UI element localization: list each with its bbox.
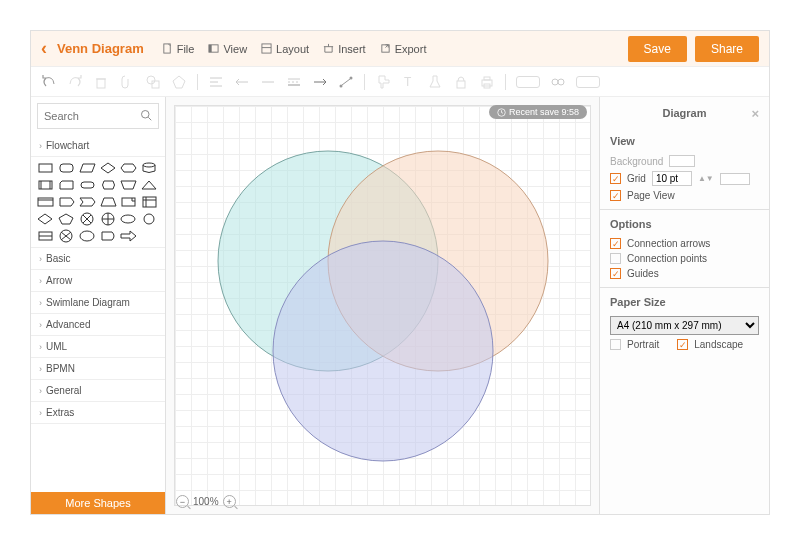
conn-arrows-checkbox[interactable] — [610, 238, 621, 249]
shape-roundrect[interactable] — [58, 161, 75, 175]
papersize-select[interactable]: A4 (210 mm x 297 mm) — [610, 316, 759, 335]
shape-rect[interactable] — [37, 161, 54, 175]
paint-icon[interactable] — [375, 74, 391, 90]
category-basic[interactable]: Basic — [31, 248, 165, 270]
svg-marker-49 — [101, 198, 116, 206]
svg-rect-50 — [122, 198, 135, 206]
shape-sum[interactable] — [79, 212, 96, 226]
shape-step[interactable] — [79, 195, 96, 209]
shape-triangle[interactable] — [141, 178, 158, 192]
link-icon[interactable] — [550, 74, 566, 90]
size-pill-2[interactable] — [576, 76, 600, 88]
menu-view[interactable]: View — [208, 43, 247, 55]
category-arrow[interactable]: Arrow — [31, 270, 165, 292]
line-icon[interactable] — [260, 74, 276, 90]
shape-note[interactable] — [120, 195, 137, 209]
shape-rhombus[interactable] — [37, 212, 54, 226]
panel-title: Diagram — [662, 107, 706, 119]
canvas[interactable]: Recent save 9:58 − 100% + — [166, 97, 599, 514]
background-swatch[interactable] — [669, 155, 695, 167]
shape-pentagon-sm[interactable] — [58, 212, 75, 226]
shape-process[interactable] — [37, 178, 54, 192]
shape-manual[interactable] — [120, 178, 137, 192]
flowchart-shapes — [31, 157, 165, 248]
align-icon[interactable] — [208, 74, 224, 90]
grid-color-swatch[interactable] — [720, 173, 750, 185]
shape-cross-circle[interactable] — [58, 229, 75, 243]
category-swimlane[interactable]: Swimlane Diagram — [31, 292, 165, 314]
flask-icon[interactable] — [427, 74, 443, 90]
connector-icon[interactable] — [338, 74, 354, 90]
shape-ellipse[interactable] — [120, 212, 137, 226]
svg-marker-47 — [60, 198, 74, 206]
more-shapes-button[interactable]: More Shapes — [31, 492, 165, 514]
shape-circle[interactable] — [141, 212, 158, 226]
undo-icon[interactable] — [41, 74, 57, 90]
category-extras[interactable]: Extras — [31, 402, 165, 424]
shape-icon[interactable] — [145, 74, 161, 90]
save-button[interactable]: Save — [628, 36, 687, 62]
pentagon-icon[interactable] — [171, 74, 187, 90]
shape-or[interactable] — [100, 212, 117, 226]
venn-diagram[interactable] — [213, 136, 553, 476]
redo-icon[interactable] — [67, 74, 83, 90]
landscape-label: Landscape — [694, 339, 743, 350]
menu-file[interactable]: File — [162, 43, 195, 55]
menu-export[interactable]: Export — [380, 43, 427, 55]
category-uml[interactable]: UML — [31, 336, 165, 358]
lock-icon[interactable] — [453, 74, 469, 90]
svg-rect-26 — [484, 77, 490, 80]
pageview-label: Page View — [627, 190, 675, 201]
shape-bullet[interactable] — [100, 229, 117, 243]
share-button[interactable]: Share — [695, 36, 759, 62]
delete-icon[interactable] — [93, 74, 109, 90]
text-icon[interactable]: T — [401, 74, 417, 90]
back-button[interactable]: ‹ — [41, 38, 47, 59]
menu-layout[interactable]: Layout — [261, 43, 309, 55]
shape-trapezoid[interactable] — [100, 195, 117, 209]
pageview-checkbox[interactable] — [610, 190, 621, 201]
category-flowchart[interactable]: Flowchart — [31, 135, 165, 157]
shape-parallelogram[interactable] — [79, 161, 96, 175]
portrait-checkbox[interactable] — [610, 339, 621, 350]
shape-door[interactable] — [37, 229, 54, 243]
arrow-left-icon[interactable] — [234, 74, 250, 90]
shape-diamond[interactable] — [100, 161, 117, 175]
grid-checkbox[interactable] — [610, 173, 621, 184]
search-input[interactable] — [44, 110, 140, 122]
svg-line-22 — [342, 79, 350, 85]
shape-hexagon[interactable] — [120, 161, 137, 175]
attach-icon[interactable] — [119, 74, 135, 90]
menu-file-label: File — [177, 43, 195, 55]
size-pill-1[interactable] — [516, 76, 540, 88]
print-icon[interactable] — [479, 74, 495, 90]
zoom-in-icon[interactable]: + — [223, 495, 236, 508]
category-bpmn[interactable]: BPMN — [31, 358, 165, 380]
shape-cylinder[interactable] — [141, 161, 158, 175]
shape-tag[interactable] — [58, 195, 75, 209]
conn-points-checkbox[interactable] — [610, 253, 621, 264]
menu-insert[interactable]: Insert — [323, 43, 366, 55]
shape-subprocess[interactable] — [37, 195, 54, 209]
venn-circle-c[interactable] — [273, 241, 493, 461]
arrow-right-icon[interactable] — [312, 74, 328, 90]
close-icon[interactable]: × — [751, 106, 759, 121]
guides-checkbox[interactable] — [610, 268, 621, 279]
portrait-label: Portrait — [627, 339, 659, 350]
landscape-checkbox[interactable] — [677, 339, 688, 350]
shape-display[interactable] — [100, 178, 117, 192]
category-advanced[interactable]: Advanced — [31, 314, 165, 336]
shape-terminator[interactable] — [79, 178, 96, 192]
shape-storage[interactable] — [141, 195, 158, 209]
zoom-out-icon[interactable]: − — [176, 495, 189, 508]
shape-arrow[interactable] — [120, 229, 137, 243]
shape-card[interactable] — [58, 178, 75, 192]
search-box[interactable] — [37, 103, 159, 129]
svg-rect-6 — [97, 79, 105, 88]
grid-size-input[interactable] — [652, 171, 692, 186]
menu-layout-label: Layout — [276, 43, 309, 55]
shape-oval[interactable] — [79, 229, 96, 243]
line-style-icon[interactable] — [286, 74, 302, 90]
category-general[interactable]: General — [31, 380, 165, 402]
svg-point-69 — [80, 231, 94, 241]
